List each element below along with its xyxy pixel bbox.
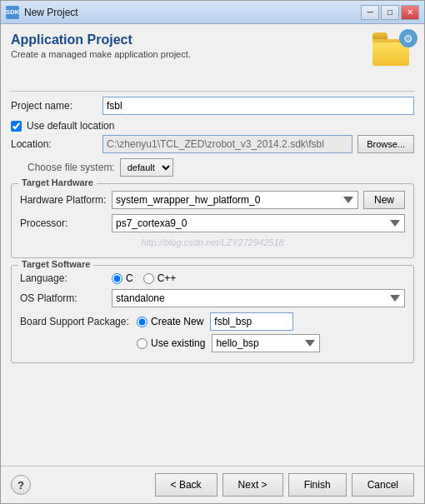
bottom-bar: ? < Back Next > Finish Cancel: [1, 466, 424, 503]
use-default-checkbox[interactable]: [11, 121, 22, 132]
target-software-group: Target Software Language: C C++ OS: [11, 265, 414, 363]
file-system-select[interactable]: default: [120, 158, 173, 177]
bsp-label: Board Support Package:: [20, 316, 137, 327]
language-radio-group: C C++: [112, 272, 176, 284]
processor-select[interactable]: ps7_cortexa9_0: [112, 214, 405, 232]
language-c-option[interactable]: C: [112, 272, 133, 284]
next-button[interactable]: Next >: [222, 473, 283, 497]
watermark-text: http://blog.csdn.net/LZY272942518: [20, 237, 405, 247]
bsp-create-new-option[interactable]: Create New: [137, 316, 203, 327]
target-hardware-group: Target Hardware Hardware Platform: syste…: [11, 183, 414, 258]
header-icon: ⚙: [371, 32, 414, 76]
project-name-row: Project name:: [11, 97, 414, 115]
back-button[interactable]: < Back: [155, 473, 218, 497]
bsp-create-new-input[interactable]: [210, 312, 293, 331]
choose-fs-row: Choose file system: default: [11, 158, 414, 177]
project-name-label: Project name:: [11, 100, 102, 112]
location-row: Location: Browse...: [11, 135, 414, 153]
browse-button[interactable]: Browse...: [358, 135, 414, 153]
restore-button[interactable]: □: [381, 5, 399, 20]
app-icon: SDK: [6, 6, 19, 19]
language-c-label: C: [126, 272, 133, 284]
bsp-use-existing-radio[interactable]: [137, 338, 148, 349]
bsp-existing-select[interactable]: hello_bsp: [212, 334, 320, 352]
bsp-use-existing-row: Use existing hello_bsp: [20, 334, 405, 352]
processor-row: Processor: ps7_cortexa9_0: [20, 214, 405, 232]
bsp-create-new-label: Create New: [151, 316, 203, 327]
help-button[interactable]: ?: [11, 475, 31, 495]
header-section: Application Project Create a managed mak…: [11, 32, 414, 76]
os-platform-row: OS Platform: standalone: [20, 289, 405, 307]
main-window: SDK New Project ─ □ ✕ Application Projec…: [0, 0, 425, 504]
cancel-button[interactable]: Cancel: [352, 473, 414, 497]
target-software-title: Target Software: [18, 259, 93, 269]
hw-platform-row: Hardware Platform: system_wrapper_hw_pla…: [20, 191, 405, 209]
use-default-label[interactable]: Use default location: [27, 120, 114, 132]
bsp-use-existing-content: Use existing hello_bsp: [137, 334, 320, 352]
use-default-location-row: Use default location: [11, 120, 414, 132]
language-row: Language: C C++: [20, 272, 405, 284]
bsp-use-existing-label: Use existing: [151, 337, 205, 349]
hw-platform-label: Hardware Platform:: [20, 194, 112, 206]
folder-tab: [372, 32, 388, 39]
bsp-create-new-row: Board Support Package: Create New: [20, 312, 405, 331]
close-button[interactable]: ✕: [401, 5, 419, 20]
os-platform-label: OS Platform:: [20, 292, 112, 304]
bsp-use-existing-option[interactable]: Use existing: [137, 337, 205, 349]
hw-platform-select[interactable]: system_wrapper_hw_platform_0: [112, 191, 358, 209]
nav-buttons: < Back Next > Finish Cancel: [155, 473, 414, 497]
window-title: New Project: [24, 7, 361, 18]
choose-fs-label: Choose file system:: [28, 162, 115, 173]
processor-label: Processor:: [20, 217, 112, 229]
language-c-radio[interactable]: [112, 273, 122, 284]
os-platform-select[interactable]: standalone: [112, 289, 405, 307]
dialog-content: Application Project Create a managed mak…: [1, 24, 424, 466]
window-controls: ─ □ ✕: [361, 5, 419, 20]
new-hw-platform-button[interactable]: New: [363, 191, 405, 209]
target-hardware-title: Target Hardware: [18, 177, 97, 187]
header-text: Application Project Create a managed mak…: [11, 32, 362, 59]
gear-icon: ⚙: [399, 29, 418, 47]
finish-button[interactable]: Finish: [288, 473, 347, 497]
language-cpp-option[interactable]: C++: [143, 272, 177, 284]
page-subtitle: Create a managed make application projec…: [11, 49, 362, 59]
header-divider: [11, 91, 414, 92]
language-cpp-label: C++: [158, 272, 177, 284]
language-label: Language:: [20, 272, 112, 284]
project-name-input[interactable]: [102, 97, 414, 115]
minimize-button[interactable]: ─: [361, 5, 379, 20]
bsp-create-new-radio[interactable]: [137, 317, 148, 327]
location-input[interactable]: [102, 135, 352, 153]
bsp-create-new-content: Create New: [137, 312, 293, 331]
language-cpp-radio[interactable]: [143, 273, 154, 284]
location-label: Location:: [11, 138, 102, 150]
title-bar: SDK New Project ─ □ ✕: [1, 1, 424, 24]
page-title: Application Project: [11, 32, 362, 47]
